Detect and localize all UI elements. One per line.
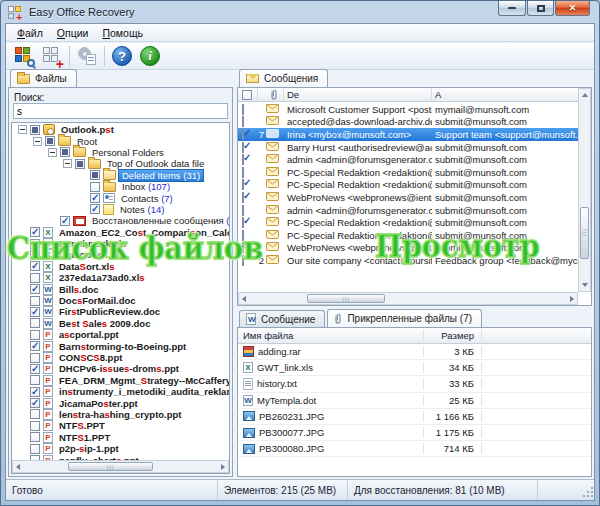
search-input[interactable]	[13, 103, 228, 119]
tab-message[interactable]: Сообщение	[239, 310, 325, 327]
tree-item-file[interactable]: XBenchmark.xls	[12, 238, 229, 249]
message-row[interactable]: PC-Special Redaktion <redaktion@p...subm…	[238, 229, 578, 242]
message-checkbox[interactable]	[242, 255, 244, 266]
tree-item-checkbox[interactable]	[30, 387, 40, 397]
attachment-row[interactable]: adding.rar3 КБ	[238, 344, 591, 360]
attachment-row[interactable]: history.txt33 КБ	[238, 376, 591, 392]
tree-item-folder[interactable]: Root	[12, 135, 229, 146]
tree-item-file[interactable]: Pp2p-sip-1.ppt	[12, 443, 229, 454]
tab-attached-files[interactable]: Прикрепленные файлы (7)	[327, 309, 482, 327]
message-checkbox[interactable]	[242, 242, 244, 253]
scroll-thumb[interactable]: |||	[307, 294, 385, 303]
attachment-row[interactable]: XGWT_link.xls34 КБ	[238, 360, 591, 376]
menu-item-2[interactable]: Помощь	[95, 26, 150, 40]
message-checkbox[interactable]	[242, 104, 244, 115]
scroll-right-arrow-icon[interactable]	[221, 464, 225, 470]
message-row[interactable]: Barry Hurst <authorisedreview@aol...subm…	[238, 141, 578, 154]
select-all-checkbox[interactable]	[242, 90, 252, 100]
tree-item-file[interactable]: Pinstrumenty_i_metodiki_audita_reklamny	[12, 386, 229, 397]
attachment-row[interactable]: PB300077.JPG1 175 КБ	[238, 425, 591, 441]
tree-item-checkbox[interactable]	[90, 170, 100, 180]
tree-item-file[interactable]: WBest Sales 2009.doc	[12, 318, 229, 329]
message-row[interactable]: accepted@das-download-archiv.desubmit@mu…	[238, 116, 578, 129]
scroll-left-arrow-icon[interactable]	[16, 464, 20, 470]
tree-item-checkbox[interactable]	[60, 147, 70, 157]
tree-item-checkbox[interactable]	[75, 159, 85, 169]
attachment-row[interactable]: PB260231.JPG1 166 КБ	[238, 409, 591, 425]
tree-item-checkbox[interactable]	[90, 182, 100, 192]
tree-item-checkbox[interactable]	[30, 341, 40, 351]
tree-item-checkbox[interactable]	[30, 307, 40, 317]
tree-item-checkbox[interactable]	[30, 296, 40, 306]
tree-item-checkbox[interactable]	[60, 216, 70, 226]
attachment-row[interactable]: PB300080.JPG714 КБ	[238, 441, 591, 457]
scroll-thumb[interactable]: |||	[68, 462, 153, 471]
tree-item-checkbox[interactable]	[30, 444, 40, 454]
tree-item-checkbox[interactable]	[30, 227, 40, 237]
messages-horizontal-scrollbar[interactable]: |||	[238, 292, 578, 305]
tree-item-file[interactable]: PDHCPv6-issues-droms.ppt	[12, 363, 229, 374]
tree-item-file[interactable]: Outlook.pst	[12, 124, 229, 135]
scroll-right-arrow-icon[interactable]	[570, 296, 574, 302]
tree-item-folder[interactable]: Top of Outlook data file	[12, 158, 229, 169]
tree-item-checkbox[interactable]	[30, 364, 40, 374]
add-files-button[interactable]: +	[38, 44, 66, 68]
tree-item-folder[interactable]: Восстановленные сообщения (22)	[12, 215, 229, 226]
tree-item-checkbox[interactable]	[30, 125, 40, 135]
message-row[interactable]: PC-Special Redaktion <redaktion@p...subm…	[238, 179, 578, 192]
minimize-button[interactable]	[498, 1, 526, 16]
menu-item-0[interactable]: Файл	[10, 26, 50, 40]
tree-collapse-toggle[interactable]	[18, 125, 27, 134]
message-row[interactable]: PC-Special Redaktion <redaktion@p...subm…	[238, 166, 578, 179]
message-row[interactable]: WebProNews <webpronews@ientry...submit@m…	[238, 191, 578, 204]
tree-horizontal-scrollbar[interactable]: |||	[12, 460, 229, 473]
tree-item-checkbox[interactable]	[30, 432, 40, 442]
tree-item-checkbox[interactable]	[45, 136, 55, 146]
tree-item-folder[interactable]: Contacts (7)	[12, 192, 229, 203]
message-checkbox[interactable]	[242, 154, 244, 165]
tree-item-file[interactable]: XCategories.xls	[12, 249, 229, 260]
tree-item-file[interactable]: Plenstra-hashing_crypto.ppt	[12, 409, 229, 420]
tree-collapse-toggle[interactable]	[63, 159, 72, 168]
tree-item-folder[interactable]: Notes (14)	[12, 204, 229, 215]
message-row[interactable]: admin <admin@forumsgenerator.co...submit…	[238, 204, 578, 217]
tree-item-file[interactable]: WDocsForMail.doc	[12, 295, 229, 306]
tree-item-file[interactable]: XDataSort.xls	[12, 261, 229, 272]
scroll-thumb[interactable]: |||	[580, 207, 589, 259]
scroll-down-arrow-icon[interactable]	[582, 283, 588, 287]
attachment-row[interactable]: WMyTempla.dot25 КБ	[238, 393, 591, 409]
message-row[interactable]: admin <admin@forumsgenerator.co...submit…	[238, 153, 578, 166]
scroll-left-arrow-icon[interactable]	[242, 296, 246, 302]
tree-item-file[interactable]: PCONSCS8.ppt	[12, 352, 229, 363]
message-checkbox[interactable]	[242, 167, 244, 178]
tree-item-file[interactable]: X237eda1a73ad0.xls	[12, 272, 229, 283]
maximize-button[interactable]	[527, 1, 554, 16]
scroll-up-arrow-icon[interactable]	[582, 93, 588, 97]
message-checkbox[interactable]	[242, 192, 244, 203]
tree-collapse-toggle[interactable]	[33, 137, 42, 146]
header-attachment-cell[interactable]	[258, 88, 284, 101]
tree-item-file[interactable]: PFEA_DRM_Mgmt_Strategy--McCaffery_20	[12, 375, 229, 386]
tree-item-checkbox[interactable]	[30, 318, 40, 328]
tree-item-checkbox[interactable]	[30, 375, 40, 385]
tree-item-file[interactable]: WBills.doc	[12, 283, 229, 294]
help-button[interactable]: ?	[108, 44, 136, 68]
resize-grip[interactable]	[581, 487, 593, 499]
tree-item-file[interactable]: PBarnstorming-to-Boeing.ppt	[12, 340, 229, 351]
message-checkbox[interactable]	[242, 179, 244, 190]
tree-item-file[interactable]: PJicamaPoster.ppt	[12, 397, 229, 408]
tree-item-folder[interactable]: Personal Folders	[12, 147, 229, 158]
recover-office-files-button[interactable]	[10, 44, 38, 68]
message-row[interactable]: 7Irina <mybox@munsoft.com>Support team <…	[238, 128, 578, 141]
tree-item-file[interactable]: XAmazon_EC2_Cost_Comparison_Calculato	[12, 227, 229, 238]
tree-item-checkbox[interactable]	[30, 284, 40, 294]
message-checkbox[interactable]	[242, 205, 244, 216]
tree-item-file[interactable]: WFirstPublicReview.doc	[12, 306, 229, 317]
message-row[interactable]: Microsoft Customer Support <postm...myma…	[238, 103, 578, 116]
close-button[interactable]: ✕	[555, 1, 590, 16]
tree-item-file[interactable]: PNTFS.PPT	[12, 420, 229, 431]
tab-messages[interactable]: Сообщения	[239, 69, 328, 87]
column-header-filename[interactable]: Имя файла	[238, 330, 424, 341]
messages-vertical-scrollbar[interactable]: |||	[578, 88, 591, 292]
header-checkbox-cell[interactable]	[238, 88, 258, 101]
